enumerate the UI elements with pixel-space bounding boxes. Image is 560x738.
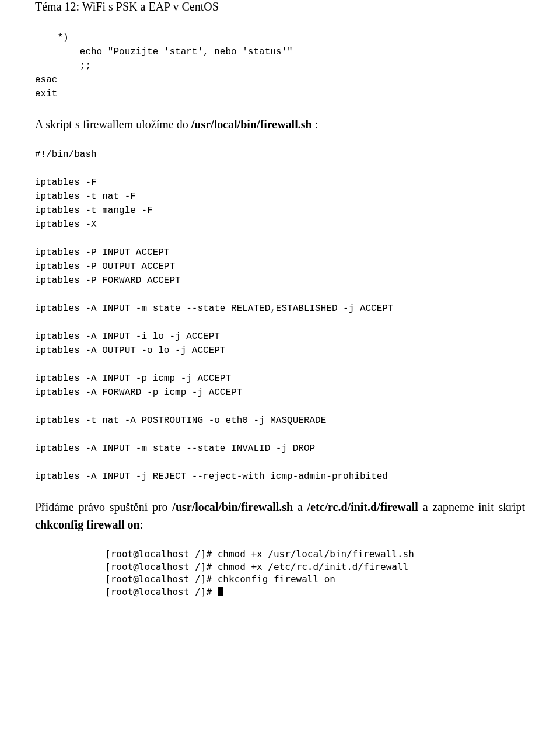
shell-script-snippet-1: *) echo "Pouzijte 'start', nebo 'status'…	[35, 31, 525, 101]
terminal-line-4: [root@localhost /]#	[105, 586, 525, 599]
page-header: Téma 12: WiFi s PSK a EAP v CentOS	[35, 0, 525, 13]
cursor-icon	[218, 587, 223, 596]
terminal-prompt: [root@localhost /]#	[105, 586, 218, 597]
path-firewall-sh: /usr/local/bin/firewall.sh	[191, 118, 312, 131]
paragraph-firewall-save: A skript s firewallem uložíme do /usr/lo…	[35, 116, 525, 133]
terminal-output: [root@localhost /]# chmod +x /usr/local/…	[105, 548, 525, 598]
document-page: Téma 12: WiFi s PSK a EAP v CentOS *) ec…	[0, 0, 560, 621]
terminal-line-3: [root@localhost /]# chkconfig firewall o…	[105, 573, 525, 586]
text-suffix: :	[312, 118, 318, 131]
path-initd-firewall: /etc/rc.d/init.d/firewall	[307, 501, 418, 513]
cmd-chkconfig: chkconfig firewall on	[35, 518, 140, 531]
text-a: Přidáme právo spuštění pro	[35, 501, 172, 513]
text-c: a	[293, 501, 307, 513]
terminal-line-1: [root@localhost /]# chmod +x /usr/local/…	[105, 548, 525, 561]
text-g: :	[140, 518, 144, 531]
terminal-line-2: [root@localhost /]# chmod +x /etc/rc.d/i…	[105, 561, 525, 573]
paragraph-add-rights: Přidáme právo spuštění pro /usr/local/bi…	[35, 498, 525, 533]
shell-script-firewall: #!/bin/bash iptables -F iptables -t nat …	[35, 148, 525, 484]
text-prefix: A skript s firewallem uložíme do	[35, 118, 191, 131]
text-e: a zapneme init skript	[418, 501, 525, 513]
path-firewall-sh-2: /usr/local/bin/firewall.sh	[172, 501, 293, 513]
